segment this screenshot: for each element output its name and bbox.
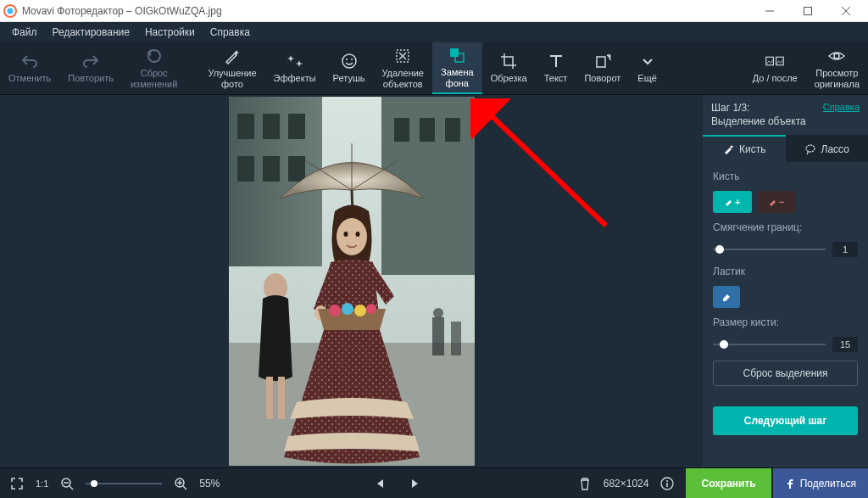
svg-point-54 xyxy=(731,146,733,148)
svg-point-47 xyxy=(355,232,359,237)
maximize-button[interactable] xyxy=(788,0,826,22)
svg-point-50 xyxy=(342,303,353,315)
image-dimensions: 682×1024 xyxy=(604,478,649,490)
save-button[interactable]: Сохранить xyxy=(686,468,771,499)
text-label: Текст xyxy=(544,73,568,84)
svg-point-66 xyxy=(666,480,668,482)
before-after-button[interactable]: До / после xyxy=(744,42,806,94)
rotate-button[interactable]: Поворот xyxy=(576,42,629,94)
minimize-button[interactable] xyxy=(750,0,788,22)
enhance-icon xyxy=(223,47,242,65)
effects-button[interactable]: Эффекты xyxy=(265,42,325,94)
window-title: Movavi Фоторедактор – OIGkOtWuZQA.jpg xyxy=(22,5,750,17)
background-label: Замена фона xyxy=(441,67,474,89)
svg-point-18 xyxy=(834,53,839,59)
tab-lasso[interactable]: Лассо xyxy=(786,135,869,162)
facebook-icon xyxy=(785,478,795,489)
brush-add-button[interactable]: + xyxy=(713,191,752,213)
toolbar: Отменить Повторить Сброс изменений Улучш… xyxy=(0,42,868,95)
removal-button[interactable]: Удаление объектов xyxy=(373,42,432,94)
soft-edges-slider[interactable] xyxy=(713,243,826,255)
retouch-label: Ретушь xyxy=(333,73,365,84)
menu-file[interactable]: Файл xyxy=(5,24,44,41)
retouch-button[interactable]: Ретушь xyxy=(325,42,374,94)
svg-rect-28 xyxy=(237,156,254,182)
brush-subtract-button[interactable]: − xyxy=(757,191,796,213)
titlebar: Movavi Фоторедактор – OIGkOtWuZQA.jpg xyxy=(0,0,868,22)
more-label: Ещё xyxy=(637,73,657,84)
photo xyxy=(229,97,475,466)
eye-icon xyxy=(827,47,846,65)
svg-point-9 xyxy=(351,59,353,60)
actual-size-button[interactable]: 1:1 xyxy=(36,473,48,494)
undo-button[interactable]: Отменить xyxy=(0,42,59,94)
enhance-button[interactable]: Улучшение фото xyxy=(199,42,264,94)
svg-rect-29 xyxy=(263,156,280,182)
tab-brush[interactable]: Кисть xyxy=(703,135,786,162)
svg-point-52 xyxy=(366,304,376,314)
text-button[interactable]: Текст xyxy=(536,42,576,94)
next-button[interactable] xyxy=(405,473,426,494)
svg-point-45 xyxy=(337,218,367,255)
side-panel: Шаг 1/3: Выделение объекта Справка Кисть… xyxy=(703,95,868,467)
background-button[interactable]: Замена фона xyxy=(432,42,482,94)
zoom-out-button[interactable] xyxy=(57,473,77,494)
zoom-slider[interactable] xyxy=(86,478,162,490)
view-original-button[interactable]: Просмотр оригинала xyxy=(806,42,868,94)
menu-settings[interactable]: Настройки xyxy=(138,24,202,41)
svg-line-59 xyxy=(70,486,73,490)
svg-point-55 xyxy=(806,145,815,152)
svg-point-51 xyxy=(354,305,366,316)
svg-line-53 xyxy=(486,110,606,226)
background-icon xyxy=(448,46,466,64)
menu-edit[interactable]: Редактирование xyxy=(46,24,136,41)
zoom-in-button[interactable] xyxy=(170,473,191,494)
chevron-down-icon xyxy=(638,52,657,70)
redo-icon xyxy=(81,52,100,70)
svg-point-7 xyxy=(342,54,356,68)
menu-help[interactable]: Справка xyxy=(203,24,257,41)
svg-rect-33 xyxy=(445,118,460,142)
svg-rect-36 xyxy=(266,377,273,419)
eraser-button[interactable] xyxy=(713,286,740,308)
svg-text:−: − xyxy=(779,197,784,207)
svg-rect-3 xyxy=(804,7,811,14)
reset-changes-button[interactable]: Сброс изменений xyxy=(122,42,186,94)
svg-rect-25 xyxy=(237,114,254,139)
fit-screen-button[interactable] xyxy=(7,473,27,494)
svg-text:+: + xyxy=(735,197,740,207)
crop-button[interactable]: Обрезка xyxy=(482,42,536,94)
eraser-label: Ластик xyxy=(713,266,858,277)
svg-rect-27 xyxy=(288,114,305,139)
delete-button[interactable] xyxy=(575,473,595,494)
panel-help-link[interactable]: Справка xyxy=(823,102,860,112)
removal-label: Удаление объектов xyxy=(381,68,424,90)
brush-icon xyxy=(722,143,734,155)
reset-label: Сброс изменений xyxy=(131,68,177,90)
svg-rect-31 xyxy=(394,118,409,142)
share-button[interactable]: Поделиться xyxy=(773,468,868,499)
text-icon xyxy=(547,52,565,70)
retouch-icon xyxy=(340,52,359,70)
menubar: Файл Редактирование Настройки Справка xyxy=(0,22,868,42)
svg-rect-38 xyxy=(432,317,444,355)
info-button[interactable] xyxy=(657,473,677,494)
soft-edges-value[interactable]: 1 xyxy=(832,242,858,257)
reset-selection-button[interactable]: Сброс выделения xyxy=(713,361,858,386)
next-step-button[interactable]: Следующий шаг xyxy=(713,406,858,435)
undo-label: Отменить xyxy=(8,73,51,84)
prev-button[interactable] xyxy=(370,473,390,494)
svg-rect-37 xyxy=(278,377,285,419)
brush-size-value[interactable]: 15 xyxy=(832,337,858,352)
app-logo-icon xyxy=(3,4,17,18)
svg-rect-26 xyxy=(263,114,280,139)
canvas-area[interactable] xyxy=(0,95,703,467)
brush-size-slider[interactable] xyxy=(713,339,826,350)
soft-edges-label: Смягчение границ: xyxy=(713,221,858,233)
svg-rect-40 xyxy=(451,322,461,355)
more-button[interactable]: Ещё xyxy=(629,42,665,94)
close-button[interactable] xyxy=(826,0,865,22)
svg-point-49 xyxy=(329,305,341,316)
svg-point-39 xyxy=(433,308,443,318)
redo-button[interactable]: Повторить xyxy=(59,42,122,94)
